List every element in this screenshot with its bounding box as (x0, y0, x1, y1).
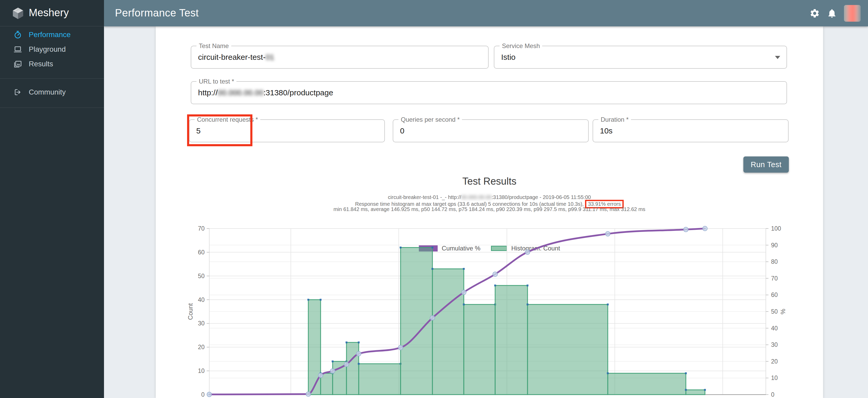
user-avatar[interactable] (844, 5, 861, 22)
laptop-icon (13, 45, 22, 54)
sidebar: Meshery Performance Playground Results (0, 0, 104, 398)
concurrent-requests-value: 5 (196, 126, 201, 135)
content-paper: Test Name circuit-breaker-test-01 Servic… (156, 26, 823, 398)
concurrent-requests-label: Concurrent requests * (195, 116, 260, 123)
notifications-bell-icon[interactable] (827, 8, 837, 19)
test-name-value: circuit-breaker-test-01 (198, 53, 274, 62)
qps-value: 0 (400, 126, 404, 135)
svg-text:20: 20 (198, 344, 205, 351)
sidebar-item-label: Community (29, 88, 66, 96)
svg-text:10: 10 (771, 374, 778, 381)
svg-text:%: % (779, 309, 786, 314)
svg-text:Count: Count (187, 303, 194, 320)
blurred-ip: 00.000.00.00 (461, 194, 492, 200)
brand[interactable]: Meshery (0, 0, 104, 26)
svg-text:50: 50 (198, 273, 205, 279)
svg-text:0: 0 (771, 391, 774, 398)
svg-text:40: 40 (198, 296, 205, 303)
svg-text:90: 90 (771, 242, 778, 248)
blurred-text: 01 (266, 53, 274, 61)
app-bar-actions (809, 0, 861, 26)
result-caption-line3: min 61.842 ms, average 146.925 ms, p50 1… (156, 206, 823, 212)
svg-text:60: 60 (198, 249, 205, 256)
svg-text:70: 70 (771, 275, 778, 282)
svg-text:60: 60 (771, 292, 778, 298)
svg-text:30: 30 (771, 341, 778, 348)
qps-label: Queries per second * (399, 116, 462, 123)
svg-text:70: 70 (198, 225, 205, 232)
test-name-field[interactable]: Test Name circuit-breaker-test-01 (191, 46, 489, 69)
exit-to-app-icon (13, 88, 22, 96)
test-results-chart: 0102030405060700102030405060708090100Cou… (180, 224, 793, 398)
url-to-test-field[interactable]: URL to test * http://00.000.00.00:31380/… (191, 81, 787, 104)
page-gutter-left (104, 26, 156, 398)
sidebar-item-results[interactable]: Results (0, 57, 104, 71)
sidebar-item-label: Playground (29, 45, 66, 54)
brand-name: Meshery (29, 7, 69, 19)
page-gutter-right (823, 26, 868, 398)
concurrent-requests-field[interactable]: Concurrent requests * 5 (189, 119, 385, 142)
duration-label: Duration * (598, 116, 631, 123)
sidebar-item-community[interactable]: Community (0, 85, 104, 99)
svg-text:80: 80 (771, 258, 778, 265)
svg-text:0: 0 (201, 391, 205, 398)
duration-value: 10s (600, 126, 613, 135)
svg-text:50: 50 (771, 308, 778, 315)
run-test-button[interactable]: Run Test (743, 157, 789, 173)
svg-text:20: 20 (771, 358, 778, 365)
test-results-heading: Test Results (156, 176, 823, 187)
service-mesh-select[interactable]: Service Mesh Istio (494, 46, 787, 69)
sidebar-item-label: Performance (29, 31, 70, 39)
blurred-ip: 00.000.00.00 (218, 88, 264, 97)
test-name-label: Test Name (196, 42, 231, 49)
meshery-app: Meshery Performance Playground Results (0, 0, 868, 398)
histogram-cumulative-chart: 0102030405060700102030405060708090100Cou… (180, 224, 793, 398)
svg-text:30: 30 (198, 320, 205, 327)
result-caption-line1: circuit-breaker-test-01 -_- http://00.00… (156, 194, 823, 200)
queries-per-second-field[interactable]: Queries per second * 0 (393, 119, 589, 142)
url-label: URL to test * (196, 78, 237, 85)
avatar-blurred-image (844, 5, 861, 22)
results-image-icon (13, 60, 22, 68)
duration-field[interactable]: Duration * 10s (593, 119, 788, 142)
stopwatch-icon (13, 31, 22, 39)
svg-text:10: 10 (198, 367, 205, 374)
app-bar: Performance Test (104, 0, 868, 26)
meshery-logo-icon (11, 7, 25, 20)
chevron-down-icon (775, 56, 780, 59)
sidebar-item-label: Results (29, 60, 53, 68)
service-mesh-label: Service Mesh (500, 42, 542, 49)
settings-gear-icon[interactable] (809, 8, 820, 19)
sidebar-item-performance[interactable]: Performance (0, 27, 104, 42)
svg-text:40: 40 (771, 325, 778, 332)
sidebar-item-playground[interactable]: Playground (0, 42, 104, 57)
svg-text:100: 100 (771, 225, 781, 232)
url-value: http://00.000.00.00:31380/productpage (198, 88, 333, 97)
service-mesh-value: Istio (501, 53, 516, 62)
page-title: Performance Test (115, 7, 199, 19)
